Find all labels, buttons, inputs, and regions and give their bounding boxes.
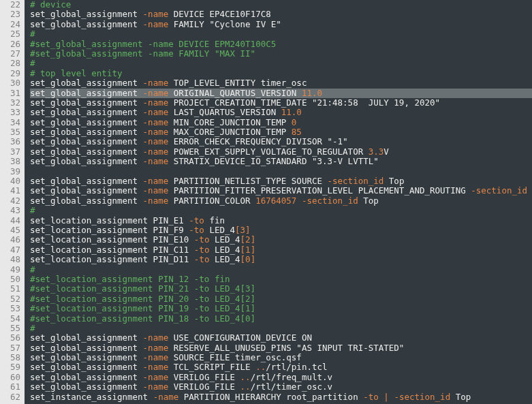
- token-kw: PARTITION_NETLIST_TYPE SOURCE: [168, 176, 327, 186]
- line-number: 30: [4, 78, 20, 88]
- code-line[interactable]: #: [30, 265, 532, 275]
- code-line[interactable]: #set_location_assignment PIN_18 -to LED_…: [30, 314, 532, 324]
- token-kw: set_global_assignment: [30, 19, 143, 29]
- token-num: 16764057: [255, 196, 296, 206]
- token-kw: LED_4: [209, 234, 240, 245]
- line-number: 40: [4, 176, 20, 186]
- token-kw: LED_4: [204, 225, 235, 235]
- code-line[interactable]: set_global_assignment -name FAMILY "Cycl…: [30, 20, 532, 29]
- line-number: 43: [4, 206, 20, 215]
- token-opt: -to: [189, 215, 204, 226]
- line-number: 48: [4, 255, 20, 264]
- code-line[interactable]: #set_location_assignment PIN_20 -to LED_…: [30, 294, 532, 304]
- code-line[interactable]: #set_global_assignment -name FAMILY "MAX…: [30, 49, 532, 59]
- token-kw: Top: [450, 392, 471, 402]
- line-number: 23: [4, 10, 20, 19]
- code-line[interactable]: set_global_assignment -name PROJECT_CREA…: [30, 98, 532, 108]
- code-line[interactable]: set_global_assignment -name SOURCE_FILE …: [30, 353, 532, 362]
- code-line[interactable]: #: [30, 59, 532, 68]
- line-number: 59: [4, 362, 20, 372]
- token-opt: -name: [143, 88, 169, 98]
- token-kw: POWER_EXT_SUPPLY_VOLTAGE_TO_REGULATOR: [168, 146, 369, 157]
- token-cmt: #set_location_assignment PIN_21 -to LED_…: [30, 283, 255, 294]
- line-number: 38: [4, 157, 20, 166]
- token-kw: set_global_assignment: [30, 9, 143, 19]
- token-kw: PARTITION_FITTER_PRESERVATION_LEVEL PLAC…: [168, 185, 471, 196]
- code-line[interactable]: set_location_assignment PIN_E10 -to LED_…: [30, 235, 532, 245]
- code-line[interactable]: # top level entity: [30, 69, 532, 78]
- code-line[interactable]: set_location_assignment PIN_C11 -to LED_…: [30, 245, 532, 255]
- code-line[interactable]: set_global_assignment -name TOP_LEVEL_EN…: [30, 78, 532, 88]
- token-kw: set_instance_assignment: [30, 392, 153, 402]
- token-opt: -section_id: [471, 185, 527, 196]
- line-number: 32: [4, 98, 20, 108]
- code-line[interactable]: # device: [30, 0, 532, 10]
- code-editor[interactable]: # deviceset_global_assignment -name DEVI…: [25, 0, 532, 404]
- code-line[interactable]: set_global_assignment -name STRATIX_DEVI…: [30, 157, 532, 166]
- code-line[interactable]: set_global_assignment -name VERILOG_FILE…: [30, 373, 532, 382]
- code-line[interactable]: #set_global_assignment -name DEVICE EPM2…: [30, 40, 532, 49]
- line-number-gutter: 2223242526272829303132333435363738394041…: [0, 0, 25, 404]
- code-line[interactable]: set_global_assignment -name PARTITION_FI…: [30, 186, 532, 196]
- code-line[interactable]: set_global_assignment -name LAST_QUARTUS…: [30, 108, 532, 117]
- token-kw: ERROR_CHECK_FREQUENCY_DIVISOR "-1": [168, 136, 347, 146]
- line-number: 27: [4, 49, 20, 59]
- token-cmt: #set_global_assignment -name DEVICE EPM2…: [30, 39, 276, 49]
- line-number: 41: [4, 186, 20, 196]
- code-line[interactable]: #set_location_assignment PIN_12 -to fin: [30, 275, 532, 284]
- code-line[interactable]: #set_location_assignment PIN_19 -to LED_…: [30, 304, 532, 313]
- token-num: 0: [245, 254, 251, 264]
- token-opt: -section_id: [302, 196, 358, 206]
- token-opt: -name: [143, 127, 169, 137]
- line-number: 31: [4, 89, 20, 98]
- code-line[interactable]: set_global_assignment -name ORIGINAL_QUA…: [30, 89, 532, 98]
- token-opt: -to: [189, 225, 204, 235]
- token-cmt: # device: [30, 0, 71, 10]
- token-num: 1: [245, 245, 251, 255]
- code-line[interactable]: set_global_assignment -name ERROR_CHECK_…: [30, 137, 532, 146]
- token-kw: RESERVE_ALL_UNUSED_PINS "AS INPUT TRI-ST…: [168, 343, 404, 353]
- code-line[interactable]: set_global_assignment -name VERILOG_FILE…: [30, 382, 532, 392]
- code-line[interactable]: #: [30, 324, 532, 333]
- code-line[interactable]: set_global_assignment -name TCL_SCRIPT_F…: [30, 362, 532, 372]
- token-kw: TOP_LEVEL_ENTITY timer_osc: [168, 78, 307, 88]
- code-line[interactable]: set_global_assignment -name USE_CONFIGUR…: [30, 333, 532, 343]
- token-kw: VERILOG_FILE: [168, 372, 240, 382]
- token-kw: set_global_assignment: [30, 146, 143, 157]
- code-line[interactable]: set_location_assignment PIN_F9 -to LED_4…: [30, 226, 532, 235]
- code-line[interactable]: set_global_assignment -name MAX_CORE_JUN…: [30, 127, 532, 137]
- token-kw: /rtl/pin.tcl: [266, 362, 327, 372]
- token-kw: PARTITION_COLOR: [168, 196, 255, 206]
- token-kw: set_location_assignment PIN_D11: [30, 254, 194, 264]
- line-number: 39: [4, 167, 20, 176]
- code-line[interactable]: set_global_assignment -name POWER_EXT_SU…: [30, 147, 532, 157]
- token-cmt: #: [30, 323, 35, 333]
- code-line[interactable]: [30, 167, 532, 176]
- token-opt: -name: [143, 19, 169, 29]
- code-line[interactable]: #: [30, 206, 532, 215]
- token-cmt: #set_location_assignment PIN_19 -to LED_…: [30, 303, 255, 313]
- code-line[interactable]: set_location_assignment PIN_E1 -to fin: [30, 216, 532, 226]
- code-line[interactable]: set_global_assignment -name PARTITION_CO…: [30, 196, 532, 206]
- token-kw: Top: [358, 196, 379, 206]
- code-line[interactable]: set_global_assignment -name RESERVE_ALL_…: [30, 343, 532, 353]
- token-opt: -name: [143, 136, 169, 146]
- token-kw: LED_4: [209, 245, 240, 255]
- code-line[interactable]: set_global_assignment -name MIN_CORE_JUN…: [30, 118, 532, 127]
- code-line[interactable]: set_global_assignment -name DEVICE EP4CE…: [30, 10, 532, 19]
- code-line[interactable]: set_location_assignment PIN_D11 -to LED_…: [30, 255, 532, 264]
- line-number: 58: [4, 353, 20, 362]
- token-kw: FAMILY "Cyclone IV E": [168, 19, 281, 29]
- token-opt: |: [384, 392, 389, 402]
- code-line[interactable]: #set_location_assignment PIN_21 -to LED_…: [30, 284, 532, 294]
- code-line[interactable]: set_global_assignment -name PARTITION_NE…: [30, 176, 532, 186]
- token-opt: -name: [143, 332, 169, 343]
- code-line[interactable]: #: [30, 29, 532, 39]
- line-number: 46: [4, 235, 20, 245]
- token-opt: -section_id: [328, 176, 384, 186]
- code-line[interactable]: set_instance_assignment -name PARTITION_…: [30, 392, 532, 402]
- token-cmt: #set_location_assignment PIN_18 -to LED_…: [30, 313, 255, 324]
- line-number: 33: [4, 108, 20, 117]
- token-kw: set_global_assignment: [30, 362, 143, 372]
- token-opt: -to: [363, 392, 379, 402]
